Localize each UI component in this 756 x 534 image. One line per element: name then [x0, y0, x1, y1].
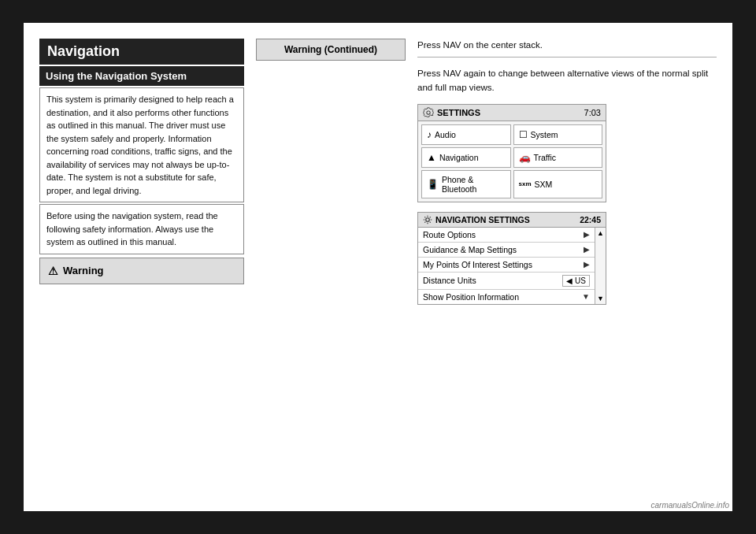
distance-units-value: US	[575, 276, 586, 285]
settings-cell-navigation-label: Navigation	[439, 153, 479, 162]
settings-cell-phone-bluetooth[interactable]: 📱 Phone &Bluetooth	[421, 170, 511, 198]
page: Navigation Using the Navigation System T…	[24, 23, 732, 511]
warning-label: Warning	[63, 265, 104, 276]
settings-cell-system-label: System	[531, 130, 558, 139]
settings-screen-title: SETTINGS	[423, 107, 480, 118]
settings-cell-system[interactable]: ☐ System	[513, 124, 603, 145]
position-info-arrow: ▼	[582, 292, 590, 301]
settings-cell-sxm[interactable]: sxm SXM	[513, 170, 603, 198]
navigation-icon: ▲	[427, 152, 436, 163]
paragraph2: Before using the navigation system, read…	[39, 204, 244, 254]
middle-column: Warning (Continued)	[244, 39, 417, 495]
nav-row-route-options-label: Route Options	[423, 230, 476, 239]
gear-icon	[423, 107, 434, 118]
settings-screen-time: 7:03	[584, 108, 601, 117]
warning-box: ⚠ Warning	[39, 258, 244, 284]
scroll-down-arrow[interactable]: ▼	[597, 295, 604, 302]
nav-row-position-info-label: Show Position Information	[423, 292, 519, 302]
audio-icon: ♪	[427, 129, 432, 140]
nav-row-guidance-map-label: Guidance & Map Settings	[423, 245, 517, 254]
nav-title: Navigation	[39, 39, 244, 65]
warning-continued-box: Warning (Continued)	[256, 39, 406, 61]
settings-cell-phone-bluetooth-label: Phone &Bluetooth	[442, 175, 476, 194]
poi-settings-arrow: ▶	[584, 260, 590, 269]
settings-cell-audio[interactable]: ♪ Audio	[421, 124, 511, 145]
section-title: Using the Navigation System	[39, 66, 244, 86]
traffic-icon: 🚗	[519, 152, 531, 163]
settings-screen: SETTINGS 7:03 ♪ Audio ☐ System ▲ Navigat…	[417, 104, 606, 202]
paragraph1: This system is primarily designed to hel…	[39, 87, 244, 202]
warning-icon: ⚠	[48, 265, 58, 277]
nav-row-guidance-map[interactable]: Guidance & Map Settings ▶	[418, 243, 595, 258]
nav-row-poi-settings[interactable]: My Points Of Interest Settings ▶	[418, 258, 595, 273]
nav-settings-header: NAVIGATION SETTINGS 22:45	[418, 213, 606, 228]
nav-settings-scrollbar: ▲ ▼	[595, 228, 606, 304]
nav-settings-gear-icon	[423, 215, 432, 224]
nav-settings-body: Route Options ▶ Guidance & Map Settings …	[418, 228, 606, 304]
nav-row-distance-units-label: Distance Units	[423, 276, 476, 285]
nav-row-distance-units[interactable]: Distance Units ◀ US	[418, 273, 595, 290]
nav-rows-container: Route Options ▶ Guidance & Map Settings …	[418, 228, 595, 304]
nav-row-route-options[interactable]: Route Options ▶	[418, 228, 595, 243]
scroll-up-arrow[interactable]: ▲	[597, 229, 604, 237]
distance-minus-icon[interactable]: ◀	[566, 276, 573, 285]
nav-row-poi-settings-label: My Points Of Interest Settings	[423, 260, 532, 269]
settings-cell-audio-label: Audio	[435, 130, 456, 139]
sxm-icon: sxm	[519, 180, 532, 187]
nav-settings-title: NAVIGATION SETTINGS	[435, 215, 530, 224]
nav-settings-screen: NAVIGATION SETTINGS 22:45 Route Options …	[417, 212, 606, 305]
route-options-arrow: ▶	[584, 230, 590, 239]
distance-units-control[interactable]: ◀ US	[562, 275, 590, 287]
nav-row-position-info[interactable]: Show Position Information ▼	[418, 290, 595, 304]
settings-cell-traffic-label: Traffic	[534, 153, 557, 162]
instruction2: Press NAV again to change between altern…	[417, 67, 717, 95]
system-icon: ☐	[519, 129, 528, 140]
settings-screen-header: SETTINGS 7:03	[418, 105, 606, 121]
left-column: Navigation Using the Navigation System T…	[39, 39, 244, 495]
svg-point-0	[426, 218, 430, 222]
settings-cell-navigation[interactable]: ▲ Navigation	[421, 147, 511, 168]
instruction1: Press NAV on the center stack.	[417, 39, 717, 57]
right-column: Press NAV on the center stack. Press NAV…	[417, 39, 717, 495]
settings-cell-sxm-label: SXM	[535, 180, 553, 189]
settings-cell-traffic[interactable]: 🚗 Traffic	[513, 147, 603, 168]
nav-settings-time: 22:45	[580, 215, 601, 224]
guidance-map-arrow: ▶	[584, 245, 590, 254]
phone-bluetooth-icon: 📱	[427, 179, 439, 190]
watermark: carmanualsOnline.info	[651, 501, 730, 510]
settings-grid: ♪ Audio ☐ System ▲ Navigation 🚗 Traffic …	[418, 121, 606, 202]
